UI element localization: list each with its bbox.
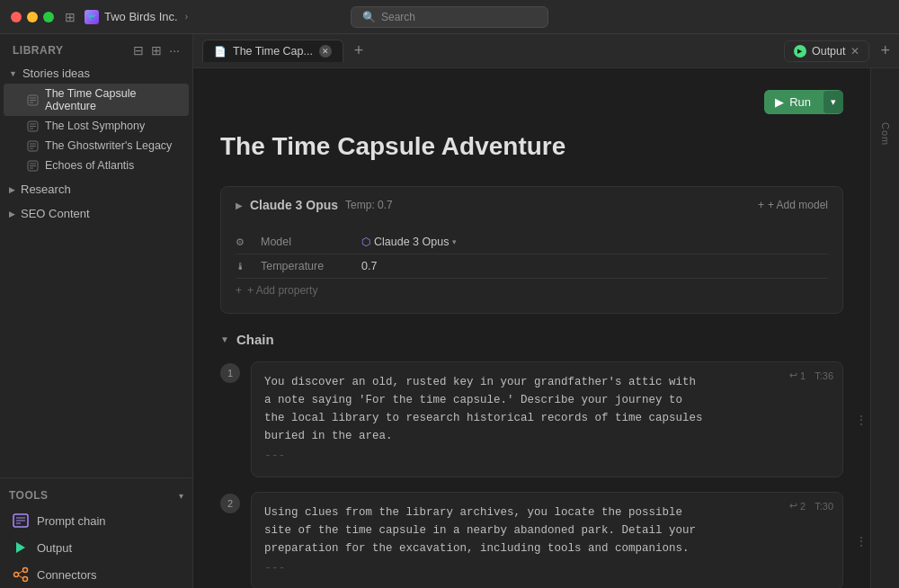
svg-point-21	[14, 573, 19, 577]
sidebar-icon-1[interactable]: ⊟	[133, 43, 144, 58]
output-tab[interactable]: ▶ Output ✕	[784, 40, 870, 62]
temperature-icon: 🌡	[236, 261, 250, 272]
model-header[interactable]: ▶ Claude 3 Opus Temp: 0.7 + + Add model	[221, 187, 842, 223]
model-header-left: ▶ Claude 3 Opus Temp: 0.7	[236, 198, 393, 212]
model-value[interactable]: ⬡ Claude 3 Opus ▾	[361, 236, 457, 248]
svg-marker-20	[16, 542, 25, 553]
model-temp-label: Temp: 0.7	[345, 199, 393, 211]
model-row-icon: ⚙	[236, 236, 250, 248]
chain-content-1[interactable]: ↩ 1 T:36 You discover an old, rusted key…	[251, 361, 843, 477]
sidebar-section-stories-header[interactable]: ▼ Stories ideas	[0, 63, 192, 84]
chain-text-2: Using clues from the library archives, y…	[264, 503, 830, 557]
output-tab-label: Output	[812, 45, 846, 58]
search-bar[interactable]: 🔍 Search	[351, 6, 548, 28]
app-name-label: Two Birds Inc.	[104, 10, 178, 23]
model-name-label: Claude 3 Opus	[250, 198, 338, 212]
tool-output-label: Output	[37, 541, 72, 555]
doc-icon-3	[27, 140, 39, 152]
replies-count-1: 1	[800, 370, 806, 381]
minimize-button[interactable]	[27, 12, 38, 22]
chain-meta-tokens-2: T:30	[814, 501, 833, 512]
output-icon	[13, 539, 29, 556]
chain-header[interactable]: ▼ Chain	[220, 332, 843, 347]
output-tab-close[interactable]: ✕	[850, 45, 859, 58]
chain-collapse-icon: ▼	[220, 334, 229, 344]
tab-add-button[interactable]: +	[347, 40, 370, 63]
add-property-button[interactable]: + + Add property	[236, 278, 828, 302]
chain-meta-replies-2: ↩ 2	[789, 500, 806, 512]
chain-meta-1: ↩ 1 T:36	[789, 370, 833, 381]
run-chevron-button[interactable]: ▾	[823, 91, 843, 113]
sidebar-item-lost-symphony[interactable]: The Lost Symphony	[4, 116, 189, 136]
sidebar-section-stories: ▼ Stories ideas The Time Capsule Adventu…	[0, 63, 192, 175]
sidebar-item-lost-symphony-label: The Lost Symphony	[45, 120, 145, 132]
connectors-icon	[13, 566, 29, 583]
main-tab[interactable]: 📄 The Time Cap... ✕	[202, 40, 343, 62]
chain-num-2: 2	[220, 494, 240, 513]
add-model-icon: +	[758, 199, 764, 211]
sidebar-item-time-capsule-label: The Time Capsule Adventure	[45, 87, 180, 112]
model-section: ▶ Claude 3 Opus Temp: 0.7 + + Add model …	[220, 186, 843, 314]
chain-content-2[interactable]: ↩ 2 T:30 Using clues from the library ar…	[251, 492, 843, 588]
search-placeholder: Search	[381, 11, 415, 23]
add-model-button[interactable]: + + Add model	[758, 199, 828, 211]
traffic-lights	[11, 12, 54, 22]
research-chevron-icon: ▶	[9, 185, 15, 194]
tab-doc-icon: 📄	[214, 46, 227, 58]
seo-chevron-icon: ▶	[9, 209, 15, 218]
stories-chevron-icon: ▼	[9, 69, 17, 78]
model-collapse-icon: ▶	[236, 200, 243, 210]
editor-toolbar: ▶ Run ▾	[220, 90, 843, 114]
tool-item-connectors[interactable]: Connectors	[0, 561, 192, 588]
app-icon: 🐦	[85, 10, 99, 24]
tool-item-output[interactable]: Output	[0, 534, 192, 561]
tools-chevron-icon: ▾	[179, 491, 183, 501]
right-panel-edge: Com	[870, 68, 899, 588]
run-label: Run	[789, 95, 811, 109]
tab-close-button[interactable]: ✕	[319, 45, 332, 58]
run-play-icon: ▶	[775, 95, 784, 109]
sidebar-icon-2[interactable]: ⊞	[151, 43, 162, 58]
run-button-group: ▶ Run ▾	[764, 90, 843, 114]
content-area: 📄 The Time Cap... ✕ + ▶ Output ✕ +	[193, 34, 899, 588]
output-play-icon: ▶	[794, 45, 806, 58]
sidebar-section-seo: ▶ SEO Content	[0, 203, 192, 224]
sidebar-item-echoes-atlantis[interactable]: Echoes of Atlantis	[4, 156, 189, 175]
chain-text-1: You discover an old, rusted key in your …	[264, 373, 830, 445]
maximize-button[interactable]	[43, 12, 54, 22]
tokens-1: T:36	[814, 370, 833, 381]
search-icon: 🔍	[362, 11, 376, 23]
output-add-button[interactable]: +	[880, 41, 890, 60]
sidebar-toggle-icon[interactable]: ⊞	[65, 10, 76, 24]
chain-options-2[interactable]: ⋮	[855, 534, 868, 548]
sidebar-section-seo-header[interactable]: ▶ SEO Content	[0, 203, 192, 224]
app-chevron-icon: ›	[185, 12, 188, 22]
replies-count-2: 2	[800, 501, 806, 512]
sidebar-item-echoes-atlantis-label: Echoes of Atlantis	[45, 159, 134, 172]
tool-prompt-chain-label: Prompt chain	[37, 514, 106, 528]
chain-separator-2: ---	[264, 561, 830, 575]
chain-meta-2: ↩ 2 T:30	[789, 500, 833, 512]
right-panel-label: Com	[880, 122, 891, 146]
tool-item-prompt-chain[interactable]: Prompt chain	[0, 507, 192, 534]
doc-icon-4	[27, 160, 39, 172]
replies-icon-2: ↩	[789, 500, 797, 512]
stories-section-label: Stories ideas	[22, 67, 90, 80]
chain-meta-replies-1: ↩ 1	[789, 370, 806, 381]
replies-icon-1: ↩	[789, 370, 797, 381]
chain-item-1: 1 ↩ 1 T:36 You discov	[220, 361, 843, 477]
tools-label: Tools	[9, 489, 49, 502]
chain-num-1: 1	[220, 363, 240, 383]
run-button[interactable]: ▶ Run	[764, 90, 822, 114]
chain-title-label: Chain	[236, 332, 274, 347]
chain-separator-1: ---	[264, 449, 830, 462]
sidebar-item-time-capsule[interactable]: The Time Capsule Adventure	[4, 84, 189, 116]
chain-options-1[interactable]: ⋮	[855, 413, 868, 427]
doc-icon-2	[27, 120, 39, 132]
sidebar-icon-3[interactable]: ···	[169, 43, 180, 58]
close-button[interactable]	[11, 12, 22, 22]
sidebar-header-icons: ⊟ ⊞ ···	[133, 43, 180, 58]
sidebar-item-ghostwriters-legacy[interactable]: The Ghostwriter's Legacy	[4, 136, 189, 156]
sidebar-section-research-header[interactable]: ▶ Research	[0, 179, 192, 200]
sidebar-header: Library ⊟ ⊞ ···	[0, 34, 192, 63]
